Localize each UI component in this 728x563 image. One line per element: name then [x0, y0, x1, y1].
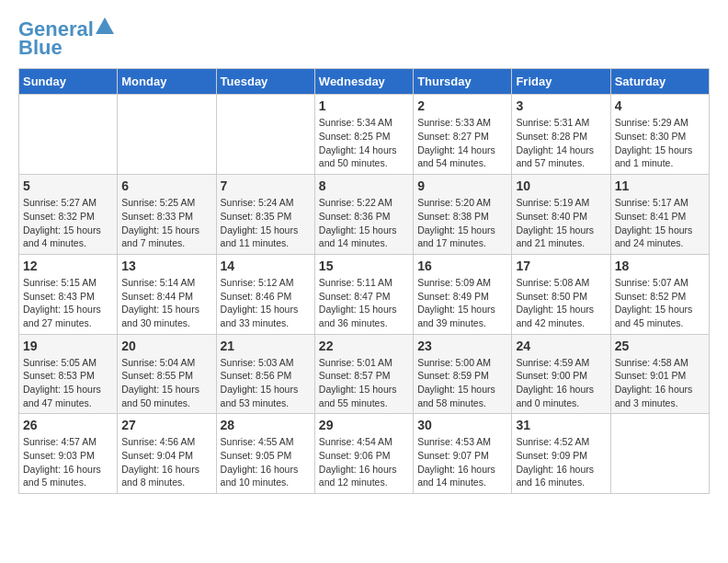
calendar-cell: 18Sunrise: 5:07 AM Sunset: 8:52 PM Dayli… [610, 254, 709, 334]
day-info: Sunrise: 5:25 AM Sunset: 8:33 PM Dayligh… [121, 196, 211, 250]
day-number: 24 [516, 339, 606, 353]
day-number: 4 [615, 98, 705, 113]
calendar-cell: 13Sunrise: 5:14 AM Sunset: 8:44 PM Dayli… [118, 254, 216, 334]
weekday-header-friday: Friday [512, 69, 610, 95]
day-info: Sunrise: 5:05 AM Sunset: 8:53 PM Dayligh… [23, 356, 113, 410]
calendar-cell: 11Sunrise: 5:17 AM Sunset: 8:41 PM Dayli… [610, 175, 709, 255]
calendar-cell: 4Sunrise: 5:29 AM Sunset: 8:30 PM Daylig… [610, 95, 709, 175]
calendar-cell: 22Sunrise: 5:01 AM Sunset: 8:57 PM Dayli… [314, 334, 413, 414]
calendar-week-1: 1Sunrise: 5:34 AM Sunset: 8:25 PM Daylig… [19, 95, 710, 175]
day-number: 20 [121, 339, 211, 353]
day-info: Sunrise: 4:52 AM Sunset: 9:09 PM Dayligh… [516, 435, 606, 489]
weekday-header-sunday: Sunday [19, 69, 118, 95]
day-number: 10 [516, 178, 606, 193]
calendar-cell: 26Sunrise: 4:57 AM Sunset: 9:03 PM Dayli… [19, 414, 118, 494]
day-info: Sunrise: 5:09 AM Sunset: 8:49 PM Dayligh… [417, 276, 507, 330]
calendar-cell: 1Sunrise: 5:34 AM Sunset: 8:25 PM Daylig… [314, 95, 413, 175]
day-number: 22 [319, 339, 409, 353]
day-info: Sunrise: 5:08 AM Sunset: 8:50 PM Dayligh… [516, 276, 606, 330]
day-number: 28 [221, 418, 311, 432]
calendar-cell: 9Sunrise: 5:20 AM Sunset: 8:38 PM Daylig… [414, 175, 512, 255]
day-number: 2 [417, 98, 507, 113]
day-number: 18 [615, 259, 705, 273]
weekday-header-thursday: Thursday [414, 69, 512, 95]
day-number: 16 [417, 259, 507, 273]
day-info: Sunrise: 4:59 AM Sunset: 9:00 PM Dayligh… [516, 356, 606, 410]
calendar-cell: 12Sunrise: 5:15 AM Sunset: 8:43 PM Dayli… [19, 254, 118, 334]
page-header: General Blue [18, 18, 710, 59]
calendar-header-row: SundayMondayTuesdayWednesdayThursdayFrid… [19, 69, 710, 95]
calendar-week-4: 19Sunrise: 5:05 AM Sunset: 8:53 PM Dayli… [19, 334, 710, 414]
calendar-cell: 14Sunrise: 5:12 AM Sunset: 8:46 PM Dayli… [216, 254, 314, 334]
day-info: Sunrise: 5:14 AM Sunset: 8:44 PM Dayligh… [121, 276, 211, 330]
day-number: 19 [23, 339, 113, 353]
day-number: 1 [319, 98, 409, 113]
day-number: 13 [121, 259, 211, 273]
day-info: Sunrise: 5:12 AM Sunset: 8:46 PM Dayligh… [221, 276, 311, 330]
svg-marker-0 [96, 17, 114, 34]
calendar-cell: 20Sunrise: 5:04 AM Sunset: 8:55 PM Dayli… [118, 334, 216, 414]
calendar-cell: 21Sunrise: 5:03 AM Sunset: 8:56 PM Dayli… [216, 334, 314, 414]
calendar-cell: 28Sunrise: 4:55 AM Sunset: 9:05 PM Dayli… [216, 414, 314, 494]
day-info: Sunrise: 5:20 AM Sunset: 8:38 PM Dayligh… [417, 196, 507, 250]
day-info: Sunrise: 5:31 AM Sunset: 8:28 PM Dayligh… [516, 116, 606, 170]
calendar-cell: 5Sunrise: 5:27 AM Sunset: 8:32 PM Daylig… [19, 175, 118, 255]
calendar-cell [216, 95, 314, 175]
day-number: 14 [221, 259, 311, 273]
day-number: 27 [121, 418, 211, 432]
day-info: Sunrise: 5:01 AM Sunset: 8:57 PM Dayligh… [319, 356, 409, 410]
calendar-cell: 19Sunrise: 5:05 AM Sunset: 8:53 PM Dayli… [19, 334, 118, 414]
day-info: Sunrise: 5:29 AM Sunset: 8:30 PM Dayligh… [615, 116, 705, 170]
weekday-header-tuesday: Tuesday [216, 69, 314, 95]
day-number: 9 [417, 178, 507, 193]
logo-text2: Blue [18, 37, 63, 59]
day-info: Sunrise: 5:11 AM Sunset: 8:47 PM Dayligh… [319, 276, 409, 330]
day-info: Sunrise: 5:22 AM Sunset: 8:36 PM Dayligh… [319, 196, 409, 250]
day-info: Sunrise: 5:34 AM Sunset: 8:25 PM Dayligh… [319, 116, 409, 170]
calendar-cell: 7Sunrise: 5:24 AM Sunset: 8:35 PM Daylig… [216, 175, 314, 255]
weekday-header-monday: Monday [118, 69, 216, 95]
weekday-header-saturday: Saturday [610, 69, 709, 95]
day-number: 5 [23, 178, 113, 193]
day-number: 12 [23, 259, 113, 273]
calendar-cell: 10Sunrise: 5:19 AM Sunset: 8:40 PM Dayli… [512, 175, 610, 255]
calendar-cell: 23Sunrise: 5:00 AM Sunset: 8:59 PM Dayli… [414, 334, 512, 414]
day-number: 8 [319, 178, 409, 193]
day-info: Sunrise: 5:24 AM Sunset: 8:35 PM Dayligh… [221, 196, 311, 250]
day-info: Sunrise: 5:07 AM Sunset: 8:52 PM Dayligh… [615, 276, 705, 330]
calendar-cell: 8Sunrise: 5:22 AM Sunset: 8:36 PM Daylig… [314, 175, 413, 255]
day-info: Sunrise: 4:55 AM Sunset: 9:05 PM Dayligh… [221, 435, 311, 489]
day-number: 29 [319, 418, 409, 432]
calendar-cell: 6Sunrise: 5:25 AM Sunset: 8:33 PM Daylig… [118, 175, 216, 255]
calendar-cell: 30Sunrise: 4:53 AM Sunset: 9:07 PM Dayli… [414, 414, 512, 494]
calendar-cell: 31Sunrise: 4:52 AM Sunset: 9:09 PM Dayli… [512, 414, 610, 494]
day-info: Sunrise: 5:03 AM Sunset: 8:56 PM Dayligh… [221, 356, 311, 410]
calendar-cell: 17Sunrise: 5:08 AM Sunset: 8:50 PM Dayli… [512, 254, 610, 334]
calendar-table: SundayMondayTuesdayWednesdayThursdayFrid… [18, 68, 710, 494]
calendar-week-5: 26Sunrise: 4:57 AM Sunset: 9:03 PM Dayli… [19, 414, 710, 494]
day-info: Sunrise: 5:27 AM Sunset: 8:32 PM Dayligh… [23, 196, 113, 250]
day-number: 11 [615, 178, 705, 193]
day-info: Sunrise: 5:00 AM Sunset: 8:59 PM Dayligh… [417, 356, 507, 410]
day-info: Sunrise: 5:19 AM Sunset: 8:40 PM Dayligh… [516, 196, 606, 250]
weekday-header-wednesday: Wednesday [314, 69, 413, 95]
day-info: Sunrise: 5:15 AM Sunset: 8:43 PM Dayligh… [23, 276, 113, 330]
day-number: 31 [516, 418, 606, 432]
calendar-cell: 29Sunrise: 4:54 AM Sunset: 9:06 PM Dayli… [314, 414, 413, 494]
calendar-cell [19, 95, 118, 175]
day-number: 23 [417, 339, 507, 353]
calendar-week-2: 5Sunrise: 5:27 AM Sunset: 8:32 PM Daylig… [19, 175, 710, 255]
day-number: 17 [516, 259, 606, 273]
logo: General Blue [18, 18, 114, 59]
day-info: Sunrise: 5:33 AM Sunset: 8:27 PM Dayligh… [417, 116, 507, 170]
calendar-cell [118, 95, 216, 175]
calendar-cell: 25Sunrise: 4:58 AM Sunset: 9:01 PM Dayli… [610, 334, 709, 414]
day-number: 30 [417, 418, 507, 432]
calendar-cell [610, 414, 709, 494]
day-info: Sunrise: 4:57 AM Sunset: 9:03 PM Dayligh… [23, 435, 113, 489]
day-info: Sunrise: 5:17 AM Sunset: 8:41 PM Dayligh… [615, 196, 705, 250]
day-info: Sunrise: 4:53 AM Sunset: 9:07 PM Dayligh… [417, 435, 507, 489]
day-number: 21 [221, 339, 311, 353]
calendar-cell: 16Sunrise: 5:09 AM Sunset: 8:49 PM Dayli… [414, 254, 512, 334]
day-number: 6 [121, 178, 211, 193]
